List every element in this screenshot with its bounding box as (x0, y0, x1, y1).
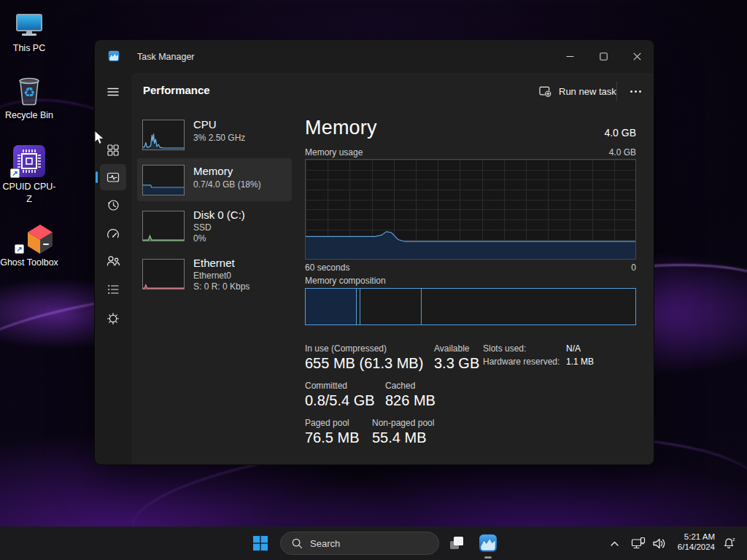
ethernet-sparkline (142, 259, 185, 289)
slots-used-label: Slots used: (483, 343, 526, 354)
sidebar-item-users[interactable] (100, 248, 126, 274)
memory-usage-axis-max: 4.0 GB (609, 147, 636, 158)
maximize-button[interactable] (587, 40, 620, 73)
composition-segment-standby (360, 289, 422, 324)
desktop-icon-label: Recycle Bin (0, 109, 58, 122)
speaker-icon (652, 537, 666, 550)
cpu-chip-icon: ↗ (0, 143, 58, 178)
perf-list-item-disk[interactable]: Disk 0 (C:) SSD 0% (137, 206, 292, 252)
search-label: Search (310, 538, 340, 549)
perf-list-item-cpu[interactable]: CPU 3% 2.50 GHz (137, 111, 292, 156)
nonpaged-pool-label: Non-paged pool (372, 418, 434, 428)
chevron-up-icon (610, 540, 619, 547)
memory-usage-label: Memory usage (305, 147, 363, 158)
cube-icon: ↗ (0, 219, 58, 254)
composition-segment-free (422, 289, 635, 324)
performance-icon (106, 170, 120, 184)
start-button[interactable] (247, 529, 274, 557)
cached-value: 826 MB (385, 392, 436, 409)
volume-tray-button[interactable] (648, 529, 670, 557)
memory-composition-bar (305, 288, 636, 325)
memory-capacity: 4.0 GB (604, 127, 636, 139)
in-use-label: In use (Compressed) (305, 343, 387, 354)
desktop-icon-label: This PC (0, 42, 58, 55)
sidebar-item-details[interactable] (100, 276, 126, 303)
content-panel: Performance Run new task CPU 3% 2.50 GHz (131, 73, 654, 464)
close-button[interactable] (620, 40, 654, 73)
slots-used-value: N/A (566, 343, 581, 354)
sleep-z-glyph: z (732, 537, 735, 542)
in-use-value: 655 MB (61.3 MB) (305, 355, 423, 372)
sidebar-item-performance[interactable] (100, 164, 126, 190)
memory-sparkline (142, 165, 185, 195)
search-box[interactable]: Search (280, 532, 439, 555)
recycle-bin-icon: ♻ (0, 71, 58, 106)
hardware-reserved-label: Hardware reserved: (483, 357, 560, 367)
details-icon (106, 282, 120, 297)
available-value: 3.3 GB (434, 355, 479, 372)
memory-usage-graph (305, 159, 636, 260)
desktop-icon-cpuz[interactable]: ↗ CPUID CPU-Z (0, 143, 58, 206)
task-view-button[interactable] (443, 529, 471, 557)
taskbar-task-manager-button[interactable] (474, 529, 502, 557)
perf-list-item-ethernet[interactable]: Ethernet Ethernet0 S: 0 R: 0 Kbps (137, 254, 292, 300)
running-app-indicator (484, 556, 492, 559)
network-tray-button[interactable] (627, 529, 649, 557)
committed-label: Committed (305, 381, 347, 391)
startup-apps-icon (106, 227, 120, 241)
graph-axis-right: 0 (631, 262, 636, 273)
memory-detail-panel: Memory 4.0 GB Memory usage 4.0 GB 60 sec… (305, 73, 636, 464)
task-view-icon (449, 535, 465, 551)
paged-pool-label: Paged pool (305, 418, 349, 428)
desktop-icon-ghost-toolbox[interactable]: ↗ Ghost Toolbox (0, 219, 58, 269)
sidebar-item-app-history[interactable] (100, 192, 126, 218)
processes-icon (106, 143, 120, 158)
window-titlebar[interactable]: Task Manager (95, 40, 654, 73)
desktop-icon-recycle-bin[interactable]: ♻ Recycle Bin (0, 71, 58, 122)
ethernet-network-icon (631, 537, 646, 550)
bell-dnd-icon: z (722, 536, 737, 551)
task-manager-window: Task Manager (95, 40, 654, 464)
search-icon (291, 537, 303, 549)
composition-segment-in-use (306, 289, 357, 324)
shortcut-arrow-icon: ↗ (10, 168, 20, 178)
committed-value: 0.8/5.4 GB (305, 392, 375, 409)
selection-indicator (96, 171, 98, 183)
shortcut-arrow-icon: ↗ (15, 244, 24, 254)
page-title: Performance (143, 84, 210, 96)
perf-list-item-memory[interactable]: Memory 0.7/4.0 GB (18%) (137, 158, 292, 201)
desktop-icon-label: Ghost Toolbox (0, 257, 58, 269)
hamburger-menu-icon (106, 85, 120, 99)
taskbar: Search 5:21 (0, 526, 747, 560)
window-title: Task Manager (137, 40, 195, 73)
users-icon (106, 254, 120, 268)
hamburger-menu-button[interactable] (100, 79, 126, 105)
windows-logo-icon (252, 535, 268, 551)
clock[interactable]: 5:21 AM 6/14/2024 (678, 532, 715, 553)
hardware-reserved-value: 1.1 MB (566, 357, 594, 367)
this-pc-icon (0, 4, 58, 39)
memory-composition-label: Memory composition (305, 276, 386, 286)
paged-pool-value: 76.5 MB (305, 429, 359, 446)
desktop-icon-this-pc[interactable]: This PC (0, 4, 58, 55)
tray-time: 5:21 AM (678, 532, 715, 542)
cpu-sparkline (142, 120, 185, 150)
disk-sparkline (142, 211, 185, 241)
services-icon (106, 311, 120, 326)
task-manager-app-icon (108, 50, 120, 65)
sidebar-item-startup-apps[interactable] (100, 221, 126, 247)
available-label: Available (434, 343, 469, 354)
mouse-cursor (94, 131, 108, 146)
recycle-glyph: ♻ (23, 85, 35, 100)
memory-title: Memory (305, 117, 377, 139)
graph-axis-left: 60 seconds (305, 262, 349, 273)
nonpaged-pool-value: 55.4 MB (372, 429, 426, 446)
sidebar-item-services[interactable] (100, 306, 126, 332)
notification-center-button[interactable]: z (718, 529, 741, 557)
task-manager-icon (479, 534, 498, 553)
tray-date: 6/14/2024 (678, 542, 715, 552)
cached-label: Cached (385, 381, 415, 391)
desktop-icon-label: CPUID CPU-Z (0, 181, 58, 206)
tray-chevron-button[interactable] (604, 529, 624, 557)
minimize-button[interactable] (553, 40, 587, 73)
